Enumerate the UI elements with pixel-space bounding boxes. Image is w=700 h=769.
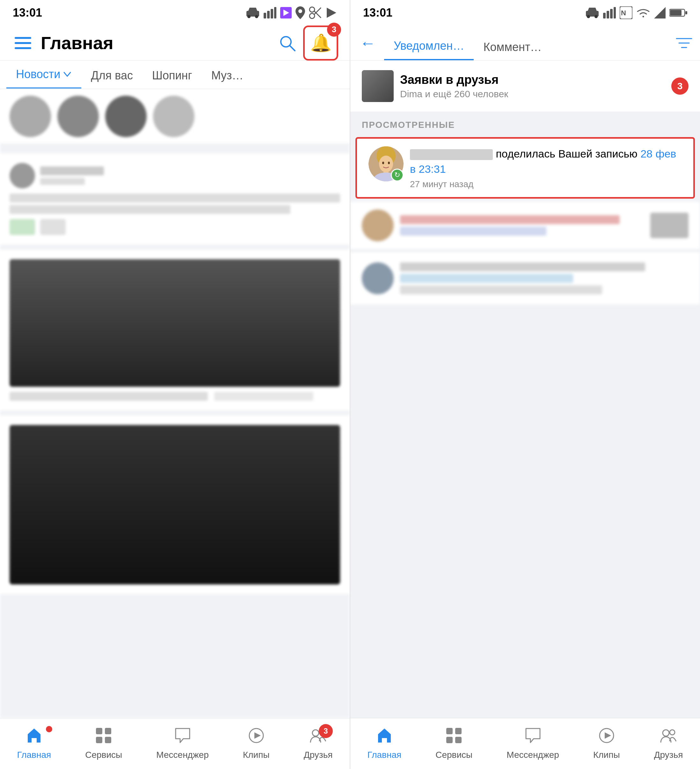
search-button[interactable] [278, 34, 297, 53]
svg-marker-55 [605, 732, 611, 739]
blur-lines-1 [400, 212, 644, 238]
bell-icon: 🔔 [310, 33, 331, 53]
back-button[interactable]: ← [357, 32, 379, 54]
notification-time: 27 минут назад [410, 179, 682, 189]
blur-line-2b [400, 274, 573, 283]
bottom-nav-home[interactable]: Главная [17, 727, 51, 760]
friend-request-item[interactable]: Заявки в друзья Dima и ещё 260 человек 3 [350, 61, 700, 112]
clips-icon [248, 727, 265, 747]
svg-point-56 [663, 730, 669, 736]
location-icon [296, 6, 305, 19]
right-bottom-nav: Главная Сервисы Мессенджер Клипы Друзья [350, 718, 700, 769]
left-status-icons [246, 6, 337, 19]
tab-notifications[interactable]: Уведомлен… [384, 33, 474, 60]
right-services-icon [446, 727, 462, 747]
notification-content: поделилась Вашей записью 28 фев в 23:31 … [410, 146, 682, 189]
hamburger-line-2 [14, 42, 31, 44]
left-bottom-nav: Главная Сервисы Мессенджер Клипы 3 Д [0, 718, 350, 769]
svg-point-2 [247, 15, 251, 18]
svg-point-29 [594, 15, 598, 18]
svg-rect-51 [455, 728, 462, 734]
right-bottom-nav-messenger[interactable]: Мессенджер [507, 727, 559, 760]
svg-marker-23 [254, 732, 261, 739]
search-icon [278, 34, 296, 52]
bottom-nav-clips[interactable]: Клипы [243, 727, 270, 760]
right-bottom-nav-friends[interactable]: Друзья [654, 727, 683, 760]
bottom-nav-friends-label: Друзья [304, 750, 333, 760]
friend-request-avatar [362, 70, 394, 102]
friend-request-info: Заявки в друзья Dima и ещё 260 человек [400, 73, 665, 100]
right-clips-icon [598, 727, 615, 747]
svg-rect-32 [610, 9, 613, 18]
viewed-label: ПРОСМОТРЕННЫЕ [362, 120, 455, 130]
svg-rect-4 [264, 13, 266, 18]
wifi-icon-right [636, 7, 650, 18]
battery-icon-right [669, 8, 687, 18]
bottom-nav-messenger[interactable]: Мессенджер [156, 727, 208, 760]
tab-comments-label: Коммент… [483, 40, 542, 53]
svg-rect-30 [603, 13, 606, 18]
svg-marker-15 [327, 8, 336, 18]
blur-line-2a [400, 262, 645, 271]
svg-line-13 [314, 11, 321, 18]
notifications-button[interactable]: 🔔 3 [303, 26, 338, 61]
tab-comments[interactable]: Коммент… [474, 34, 551, 60]
bell-badge: 3 [327, 23, 341, 37]
right-tab-bar: Уведомлен… Коммент… [384, 26, 669, 60]
svg-point-10 [298, 9, 302, 13]
friends-icon: 3 [310, 727, 327, 747]
svg-rect-7 [274, 7, 276, 18]
bottom-nav-friends[interactable]: 3 Друзья [304, 727, 333, 760]
svg-rect-38 [670, 10, 682, 16]
tab-news[interactable]: Новости [6, 61, 81, 88]
home-dot [46, 726, 52, 732]
blur-avatar-1 [362, 209, 394, 241]
svg-marker-27 [588, 8, 597, 11]
svg-rect-21 [105, 737, 111, 743]
bottom-nav-services[interactable]: Сервисы [85, 727, 122, 760]
filter-button[interactable] [674, 34, 694, 53]
tab-news-label: Новости [16, 68, 60, 81]
hamburger-button[interactable] [11, 34, 34, 52]
right-time: 13:01 [363, 6, 393, 19]
notification-item-blurred-1 [350, 202, 700, 249]
svg-point-28 [587, 15, 590, 18]
svg-rect-33 [614, 7, 616, 18]
tab-for-you[interactable]: Для вас [81, 63, 143, 88]
network-icon [264, 7, 276, 18]
svg-rect-50 [446, 728, 453, 734]
notification-name-blurred [410, 149, 493, 160]
right-home-icon [376, 727, 393, 747]
svg-marker-36 [654, 7, 666, 18]
share-sub-icon: ↻ [391, 169, 404, 182]
notification-item-highlighted[interactable]: ↻ поделилась Вашей записью 28 фев в 23:3… [356, 137, 695, 199]
tab-notifications-label: Уведомлен… [394, 39, 464, 52]
tab-shopping[interactable]: Шопинг [143, 63, 202, 88]
left-top-nav: Главная 🔔 3 [0, 26, 350, 61]
bottom-nav-clips-label: Клипы [243, 750, 270, 760]
tab-music[interactable]: Муз… [202, 63, 253, 88]
home-icon [26, 727, 42, 747]
hamburger-line-1 [14, 37, 31, 39]
svg-rect-19 [105, 728, 111, 734]
tab-for-you-label: Для вас [91, 69, 133, 82]
svg-point-45 [379, 156, 393, 172]
blur-lines-2 [400, 260, 689, 297]
right-bottom-nav-home[interactable]: Главная [367, 727, 402, 760]
right-bottom-nav-services[interactable]: Сервисы [435, 727, 472, 760]
notification-item-blurred-2 [350, 252, 700, 304]
right-bottom-nav-clips[interactable]: Клипы [593, 727, 620, 760]
svg-rect-39 [686, 11, 687, 14]
friend-request-title: Заявки в друзья [400, 73, 665, 87]
car-icon-right [585, 7, 599, 18]
blur-line-1b [400, 227, 546, 236]
right-bottom-nav-home-label: Главная [367, 750, 402, 760]
right-bottom-nav-clips-label: Клипы [593, 750, 620, 760]
svg-rect-52 [446, 737, 453, 743]
right-status-bar: 13:01 N [350, 0, 700, 26]
svg-rect-31 [607, 11, 609, 18]
right-bottom-nav-services-label: Сервисы [435, 750, 472, 760]
svg-point-57 [670, 730, 675, 735]
right-top-nav: ← Уведомлен… Коммент… [350, 26, 700, 61]
left-panel: 13:01 Главная 🔔 3 [0, 0, 350, 769]
